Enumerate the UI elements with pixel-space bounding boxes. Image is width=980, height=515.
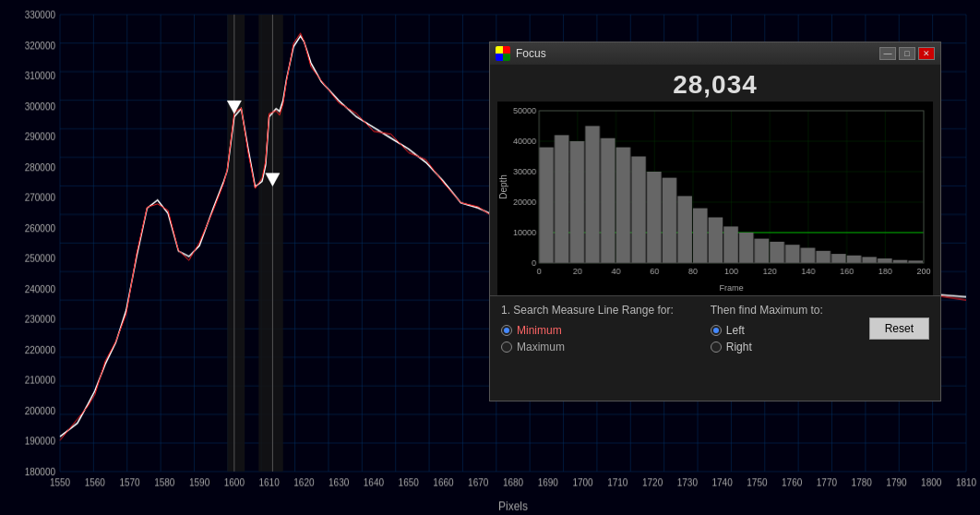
left-radio-label: Left xyxy=(726,324,745,337)
minimum-radio-label: Minimum xyxy=(517,324,562,337)
focus-window-controls[interactable]: — □ ✕ xyxy=(879,47,935,60)
focus-options-row: 1. Search Measure Line Range for: Minimu… xyxy=(501,304,929,353)
maximum-radio[interactable]: Maximum xyxy=(501,341,674,353)
minimum-radio[interactable]: Minimum xyxy=(501,324,674,337)
right-radio[interactable]: Right xyxy=(711,341,823,353)
focus-window-title: Focus xyxy=(516,47,546,60)
find-label: Then find Maximum to: xyxy=(711,304,823,317)
search-option-group: 1. Search Measure Line Range for: Minimu… xyxy=(501,304,674,353)
left-radio[interactable]: Left xyxy=(711,324,823,337)
minimize-button[interactable]: — xyxy=(879,47,896,60)
close-button[interactable]: ✕ xyxy=(918,47,935,60)
focus-titlebar: Focus — □ ✕ xyxy=(490,42,940,65)
focus-chart-canvas xyxy=(497,102,933,295)
focus-options-panel: 1. Search Measure Line Range for: Minimu… xyxy=(490,295,940,361)
maximize-button[interactable]: □ xyxy=(899,47,915,60)
focus-number: 28,034 xyxy=(490,65,940,102)
right-radio-circle[interactable] xyxy=(711,341,722,353)
maximum-radio-label: Maximum xyxy=(517,341,565,353)
right-radio-label: Right xyxy=(726,341,752,353)
search-label: 1. Search Measure Line Range for: xyxy=(501,304,674,317)
minimum-radio-circle[interactable] xyxy=(501,325,512,336)
maximum-radio-circle[interactable] xyxy=(501,341,512,353)
reset-button[interactable]: Reset xyxy=(869,317,929,340)
focus-chart-area xyxy=(497,102,933,295)
find-option-group: Then find Maximum to: Left Right xyxy=(711,304,823,353)
focus-icon xyxy=(496,46,510,61)
focus-window: Focus — □ ✕ 28,034 1. Search Measure Lin… xyxy=(489,42,941,401)
left-radio-circle[interactable] xyxy=(711,325,722,336)
